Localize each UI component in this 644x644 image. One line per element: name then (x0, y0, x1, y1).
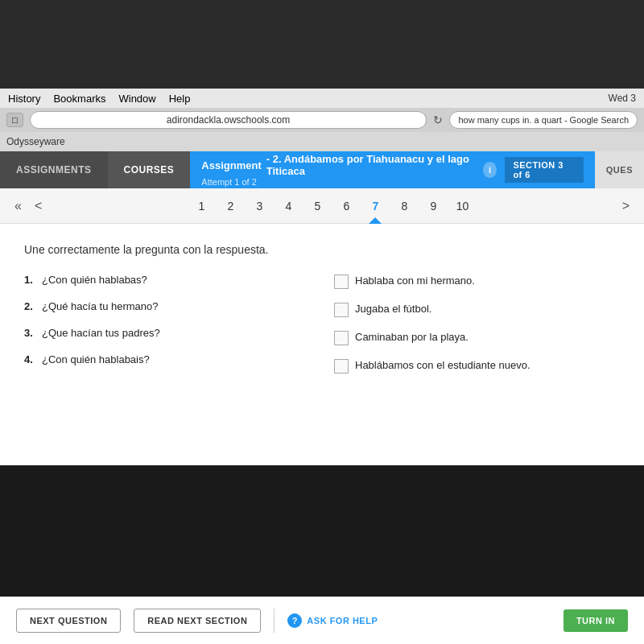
page-numbers: 1 2 3 4 5 6 7 8 9 10 (48, 188, 615, 224)
page-6[interactable]: 6 (332, 188, 361, 224)
assignment-detail: - 2. Andábamos por Tiahuanacu y el lago … (266, 153, 475, 177)
tab-button[interactable]: □ (6, 113, 23, 127)
questions-column: 1. ¿Con quién hablabas? 2. ¿Qué hacía tu… (24, 274, 310, 386)
prev-page-button[interactable]: < (28, 188, 48, 223)
assignment-info: Assignment - 2. Andábamos por Tiahuanacu… (201, 153, 474, 187)
answer-text-3: Caminaban por la playa. (355, 330, 469, 345)
browser-menu-bar: History Bookmarks Window Help Wed 3 (0, 89, 644, 108)
page-9[interactable]: 9 (419, 188, 448, 224)
question-tab[interactable]: QUES (595, 151, 644, 188)
address-bar-row: □ adirondackla.owschools.com ↻ how many … (0, 108, 644, 132)
attempt-text: Attempt 1 of 2 (201, 177, 474, 187)
app-header: ASSIGNMENTS COURSES Assignment - 2. Andá… (0, 151, 644, 188)
answer-text-4: Hablábamos con el estudiante nuevo. (355, 358, 530, 373)
bookmarks-bar: Odysseyware (0, 132, 644, 151)
question-num-1: 1. (24, 274, 37, 286)
bottom-bar: NEXT QUESTION READ NEXT SECTION ? ASK FO… (0, 597, 644, 644)
pagination-bar: « < 1 2 3 4 5 6 7 8 9 10 > (0, 188, 644, 224)
page-3[interactable]: 3 (245, 188, 274, 224)
assignments-tab[interactable]: ASSIGNMENTS (0, 151, 108, 188)
clock-display: Wed 3 (609, 93, 636, 104)
help-icon: ? (287, 613, 302, 628)
list-item: 2. ¿Qué hacía tu hermano? (24, 300, 310, 312)
list-item: 1. ¿Con quién hablabas? (24, 274, 310, 286)
answer-text-1: Hablaba con mi hermano. (355, 274, 475, 288)
list-item: Jugaba el fútbol. (334, 302, 620, 317)
page-10[interactable]: 10 (448, 188, 477, 224)
ask-help-label: ASK FOR HELP (307, 616, 378, 625)
matching-layout: 1. ¿Con quién hablabas? 2. ¿Qué hacía tu… (24, 274, 620, 386)
page-5[interactable]: 5 (303, 188, 332, 224)
menu-help[interactable]: Help (169, 93, 191, 105)
list-item: Hablaba con mi hermano. (334, 274, 620, 289)
answer-text-2: Jugaba el fútbol. (355, 302, 431, 316)
question-num-3: 3. (24, 327, 37, 339)
courses-tab[interactable]: COURSES (108, 151, 191, 188)
page-2[interactable]: 2 (216, 188, 245, 224)
address-input[interactable]: adirondackla.owschools.com (30, 111, 427, 129)
list-item: 3. ¿Que hacían tus padres? (24, 327, 310, 339)
answers-column: Hablaba con mi hermano. Jugaba el fútbol… (334, 274, 620, 386)
menu-bookmarks[interactable]: Bookmarks (53, 93, 105, 105)
next-page-button[interactable]: > (616, 188, 636, 223)
question-num-2: 2. (24, 300, 37, 312)
page-1[interactable]: 1 (187, 188, 216, 224)
section-badge: SECTION 3 of 6 (505, 157, 583, 183)
answer-checkbox-4[interactable] (334, 359, 349, 374)
laptop-bezel (0, 0, 644, 89)
answer-checkbox-3[interactable] (334, 331, 349, 345)
bookmark-odysseyware[interactable]: Odysseyware (6, 136, 65, 147)
answer-checkbox-1[interactable] (334, 275, 349, 289)
page-7[interactable]: 7 (361, 188, 390, 224)
question-text-1: ¿Con quién hablabas? (42, 274, 147, 286)
search-input[interactable]: how many cups in. a quart - Google Searc… (449, 111, 638, 129)
question-text-4: ¿Con quién hablabais? (42, 353, 150, 365)
list-item: 4. ¿Con quién hablabais? (24, 353, 310, 365)
menu-window[interactable]: Window (118, 93, 155, 105)
reload-button[interactable]: ↻ (433, 114, 443, 126)
main-content: Une correctamente la pregunta con la res… (0, 224, 644, 465)
next-question-button[interactable]: NEXT QUESTION (16, 609, 121, 633)
instruction-text: Une correctamente la pregunta con la res… (24, 243, 620, 256)
divider (274, 609, 275, 633)
list-item: Hablábamos con el estudiante nuevo. (334, 358, 620, 374)
assignment-section: Assignment - 2. Andábamos por Tiahuanacu… (190, 151, 594, 188)
menu-history[interactable]: History (8, 93, 40, 105)
read-next-section-button[interactable]: READ NEXT SECTION (134, 609, 261, 633)
turn-in-button[interactable]: TURN IN (564, 609, 628, 632)
page-8[interactable]: 8 (390, 188, 419, 224)
question-num-4: 4. (24, 353, 37, 365)
first-page-button[interactable]: « (8, 188, 28, 223)
assignment-title: Assignment (201, 159, 261, 171)
answer-checkbox-2[interactable] (334, 303, 349, 317)
question-text-2: ¿Qué hacía tu hermano? (42, 300, 159, 312)
list-item: Caminaban por la playa. (334, 330, 620, 345)
page-4[interactable]: 4 (274, 188, 303, 224)
question-text-3: ¿Que hacían tus padres? (42, 327, 160, 339)
ask-for-help-button[interactable]: ? ASK FOR HELP (287, 613, 378, 628)
info-icon[interactable]: i (483, 162, 497, 178)
